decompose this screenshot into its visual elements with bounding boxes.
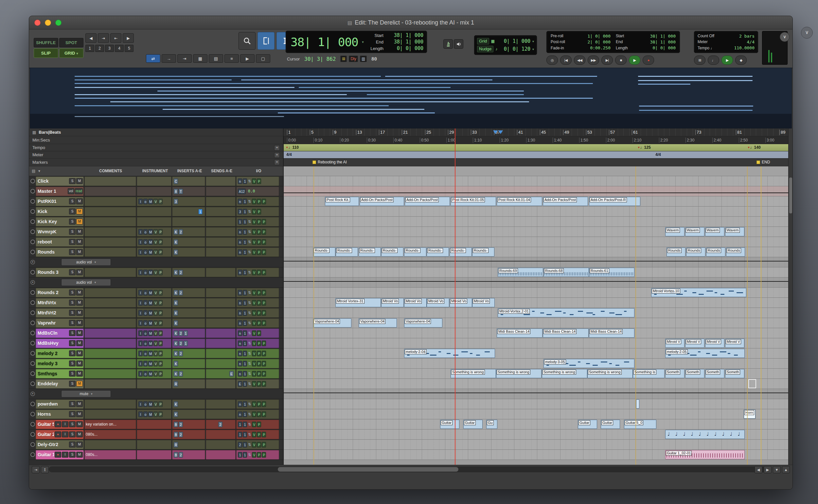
track-inserts-cell[interactable]: B2: [172, 450, 205, 460]
clip-mtroid-v[interactable]: Mtroid V: [665, 339, 685, 348]
universe-overview[interactable]: [30, 68, 792, 128]
insert-chip[interactable]: K: [174, 371, 178, 377]
selection-value[interactable]: 0| 0| 000: [387, 45, 423, 51]
edit-row-guitar-5[interactable]: GuitarGuitarGuGuitarGuitarGuitar 5_0: [284, 419, 788, 429]
automation-chip[interactable]: P: [262, 219, 266, 225]
tempo-ruler-enable-button[interactable]: ♩: [708, 56, 719, 65]
track-comment-cell[interactable]: [84, 207, 136, 216]
instrument-view-chip[interactable]: P: [158, 371, 162, 377]
track-instrument-cell[interactable]: IoMVP: [137, 288, 171, 297]
track-instrument-cell[interactable]: [137, 217, 171, 227]
automation-chip[interactable]: V: [252, 361, 256, 366]
track-i-button[interactable]: I: [62, 452, 68, 458]
automation-chip[interactable]: V: [252, 300, 256, 306]
clip-vaporwhere-04[interactable]: Vaporwhere-04: [359, 318, 397, 328]
track-io-cell[interactable]: n1⇅VPP: [236, 318, 279, 328]
track-sends-cell[interactable]: 2: [206, 420, 236, 429]
automation-chip[interactable]: P: [257, 229, 261, 235]
insert-chip[interactable]: 8: [174, 189, 178, 194]
track-options-button[interactable]: [30, 300, 35, 305]
clip-rounds[interactable]: Rounds-: [427, 247, 449, 257]
track-comment-cell[interactable]: [84, 399, 136, 409]
track-name-cell[interactable]: MtrdVrt2SM: [36, 308, 84, 318]
track-io-cell[interactable]: E1⇅VPP: [236, 379, 279, 389]
clip-mtroid-vo[interactable]: Mtroid Vo: [381, 298, 404, 307]
track-m-button[interactable]: M: [76, 401, 83, 407]
io-chip[interactable]: 1: [243, 229, 247, 235]
insert-chip[interactable]: K: [174, 249, 178, 255]
track-name-cell[interactable]: Master 1volread: [36, 187, 84, 196]
automation-chip[interactable]: V: [252, 219, 256, 225]
track-read-button[interactable]: read: [75, 188, 83, 194]
track-name-cell[interactable]: Guitar 2●ISM: [36, 430, 84, 439]
track-sends-cell[interactable]: [206, 247, 236, 257]
track-io-cell[interactable]: n1⇅VPP: [236, 288, 279, 297]
instrument-chip[interactable]: I: [138, 290, 143, 295]
track-sends-cell[interactable]: [206, 187, 236, 196]
edit-row-melody-2[interactable]: melody 2-04melody 2-05: [284, 348, 788, 359]
track-s-button[interactable]: S: [69, 371, 76, 377]
track-instrument-cell[interactable]: IoMVP: [137, 349, 171, 358]
instrument-view-chip[interactable]: P: [158, 229, 162, 235]
clip-rounds[interactable]: Rounds-: [381, 247, 403, 257]
clip-guitar[interactable]: Guitar: [440, 420, 459, 429]
track-comment-cell[interactable]: key variation on...: [84, 420, 136, 429]
insert-chip[interactable]: K: [174, 300, 178, 306]
io-chip[interactable]: n: [238, 320, 242, 326]
insert-chip[interactable]: K: [174, 351, 178, 356]
track-options-button[interactable]: [30, 270, 35, 275]
clip-guitar[interactable]: Guitar: [463, 420, 483, 429]
track-options-button[interactable]: [30, 402, 35, 406]
automation-chip[interactable]: P: [257, 209, 261, 214]
automation-chip[interactable]: P: [262, 320, 266, 326]
clip-rounds[interactable]: Rounds-: [313, 247, 335, 257]
nudge-value-button[interactable]: Nudge: [477, 46, 493, 52]
instrument-view-chip[interactable]: V: [153, 229, 158, 235]
edit-row-mtrdvrtx[interactable]: Mtroid Vortex-31Mtroid VoMtroid VoMtroid…: [284, 298, 788, 308]
track-s-button[interactable]: S: [69, 411, 76, 417]
automation-chip[interactable]: P: [262, 290, 266, 295]
track-instrument-cell[interactable]: IoMVP: [137, 328, 171, 338]
edit-row-master-1[interactable]: [284, 186, 788, 196]
clip-rounds[interactable]: Rounds-: [404, 247, 426, 257]
edit-row-mdbshvy[interactable]: Mtroid VMtroid VMtroid VMtroid V: [284, 338, 788, 348]
track-m-button[interactable]: M: [76, 219, 83, 225]
stop-button[interactable]: ■: [615, 56, 627, 65]
ruler-name-markers[interactable]: Markers+: [29, 159, 283, 166]
instrument-chip[interactable]: o: [143, 199, 147, 204]
track-name-cell[interactable]: ClickSM: [36, 176, 84, 186]
meter-event[interactable]: 4/4: [286, 152, 292, 157]
instrument-view-chip[interactable]: P: [158, 290, 162, 295]
track-comment-cell[interactable]: [84, 187, 136, 196]
automation-chip[interactable]: P: [257, 401, 261, 407]
clip-wavem[interactable]: Wavem: [685, 227, 705, 236]
grid-value[interactable]: 0| 1| 000: [504, 38, 530, 44]
track-io-cell[interactable]: n1⇅VPP: [236, 247, 279, 257]
track-options-button[interactable]: [30, 219, 35, 224]
instrument-view-chip[interactable]: V: [153, 401, 158, 407]
track-m-button[interactable]: M: [76, 452, 83, 458]
instrument-chip[interactable]: M: [148, 330, 153, 336]
instrument-view-chip[interactable]: V: [153, 361, 158, 366]
track-i-button[interactable]: I: [62, 431, 68, 437]
track-inserts-cell[interactable]: K: [172, 308, 205, 318]
fade-in-value[interactable]: 0:00.250: [590, 45, 610, 50]
clip-rounds-68[interactable]: Rounds-68: [543, 268, 589, 277]
clip-mtroid-vo[interactable]: Mtroid Vo: [404, 298, 427, 307]
track-name-cell[interactable]: KickSM: [36, 207, 84, 216]
track-name-cell[interactable]: VaprwhrSM: [36, 318, 84, 328]
send-chip[interactable]: 2: [218, 422, 223, 427]
automation-chip[interactable]: V: [252, 442, 256, 447]
clip-vaporwhere-04[interactable]: Vaporwhere-04: [404, 318, 442, 328]
edit-row-kick[interactable]: [284, 207, 788, 217]
track-m-button[interactable]: M: [76, 381, 83, 387]
track-options-button[interactable]: [30, 321, 35, 325]
instrument-chip[interactable]: M: [148, 320, 153, 326]
clip-something-is-wrong[interactable]: Something is wrong: [451, 369, 496, 378]
tempo-event[interactable]: ▾♩110: [286, 145, 299, 150]
track-m-button[interactable]: M: [76, 310, 83, 316]
clip-midi-bass-clean-14[interactable]: Midi Bass Clean-14: [543, 328, 588, 338]
automation-lane-row[interactable]: [284, 257, 788, 267]
track-comment-cell[interactable]: [84, 328, 136, 338]
instrument-chip[interactable]: M: [148, 229, 153, 235]
